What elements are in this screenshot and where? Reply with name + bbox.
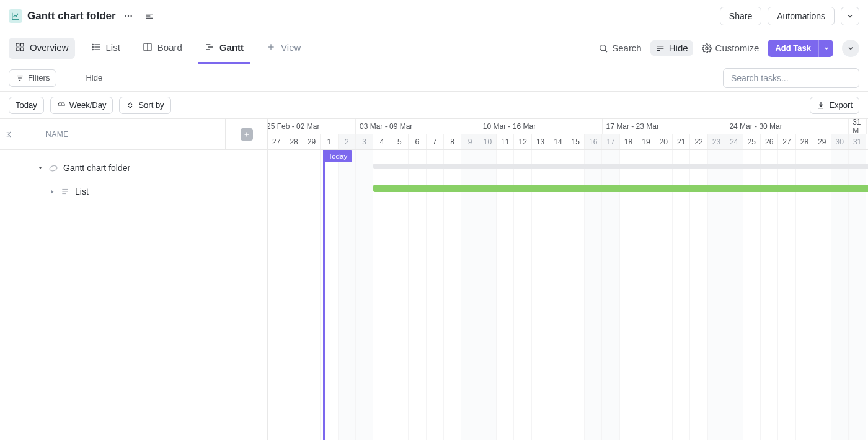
hide-chip[interactable]: Hide bbox=[79, 69, 108, 87]
svg-rect-8 bbox=[16, 48, 19, 51]
timeline-body[interactable]: Today bbox=[268, 150, 868, 440]
plus-icon bbox=[266, 42, 276, 52]
day-cell: 15 bbox=[567, 134, 585, 149]
day-cell: 9 bbox=[461, 134, 479, 149]
tree-row-folder[interactable]: Gantt chart folder bbox=[0, 156, 267, 180]
svg-point-15 bbox=[92, 49, 93, 50]
week-label: 03 Mar - 09 Mar bbox=[360, 122, 412, 131]
tab-gantt[interactable]: Gantt bbox=[198, 32, 250, 64]
today-button[interactable]: Today bbox=[9, 97, 44, 114]
day-cell: 5 bbox=[391, 134, 409, 149]
name-column-header: NAME bbox=[46, 130, 69, 139]
task-bar[interactable] bbox=[373, 185, 868, 192]
day-cell: 31 bbox=[849, 134, 866, 149]
right-panel[interactable]: 25 Feb - 02 Mar03 Mar - 09 Mar10 Mar - 1… bbox=[268, 119, 868, 440]
week-cell: 17 Mar - 23 Mar bbox=[603, 119, 726, 134]
day-cell: 18 bbox=[620, 134, 637, 149]
back-arrow-icon[interactable] bbox=[5, 130, 15, 139]
timeline-column bbox=[585, 150, 602, 440]
timeline-column bbox=[761, 150, 778, 440]
timeline-column bbox=[339, 150, 356, 440]
tree-row-list[interactable]: List bbox=[0, 180, 267, 203]
add-task-caret[interactable] bbox=[818, 40, 833, 57]
svg-point-39 bbox=[49, 165, 58, 172]
gauge-icon bbox=[57, 101, 66, 110]
gantt-icon bbox=[205, 42, 215, 52]
svg-rect-9 bbox=[20, 48, 24, 51]
header-more-button[interactable] bbox=[841, 7, 859, 25]
tab-overview[interactable]: Overview bbox=[9, 38, 75, 59]
day-cell: 16 bbox=[585, 134, 602, 149]
today-line bbox=[323, 150, 325, 440]
add-task-button[interactable]: Add Task bbox=[768, 40, 818, 57]
timeline-column bbox=[479, 150, 497, 440]
zoom-button[interactable]: Week/Day bbox=[50, 97, 113, 114]
timeline-header: 25 Feb - 02 Mar03 Mar - 09 Mar10 Mar - 1… bbox=[268, 119, 868, 150]
chart-line-icon bbox=[9, 9, 22, 23]
search-button[interactable]: Search bbox=[598, 43, 642, 53]
hide-chip-label: Hide bbox=[86, 73, 102, 82]
svg-point-23 bbox=[600, 45, 606, 50]
folder-title: Gantt chart folder bbox=[27, 10, 116, 22]
day-cell: 20 bbox=[655, 134, 673, 149]
day-cell: 28 bbox=[796, 134, 813, 149]
caret-down-icon bbox=[37, 165, 43, 171]
svg-rect-7 bbox=[20, 43, 24, 46]
week-label: 17 Mar - 23 Mar bbox=[606, 122, 659, 131]
timeline-column bbox=[303, 150, 321, 440]
automations-button[interactable]: Automations bbox=[768, 7, 835, 25]
day-cell: 29 bbox=[813, 134, 831, 149]
plus-column-icon bbox=[241, 128, 253, 141]
chevron-down-icon bbox=[847, 45, 854, 52]
hide-label: Hide bbox=[669, 43, 688, 53]
search-tasks-input[interactable] bbox=[723, 68, 859, 88]
timeline-column bbox=[673, 150, 690, 440]
day-cell: 4 bbox=[373, 134, 391, 149]
tab-list[interactable]: List bbox=[85, 32, 126, 64]
add-task-group: Add Task bbox=[768, 40, 833, 57]
add-view-button[interactable]: View bbox=[260, 32, 307, 64]
folder-chip[interactable]: Gantt chart folder bbox=[9, 9, 116, 23]
timeline-column bbox=[849, 150, 866, 440]
export-button[interactable]: Export bbox=[810, 97, 859, 114]
customize-button[interactable]: Customize bbox=[702, 43, 760, 53]
day-cell: 30 bbox=[831, 134, 849, 149]
share-button[interactable]: Share bbox=[720, 7, 761, 25]
svg-point-0 bbox=[125, 15, 126, 16]
svg-point-2 bbox=[130, 15, 131, 16]
timeline-column bbox=[391, 150, 409, 440]
week-cell: 10 Mar - 16 Mar bbox=[479, 119, 603, 134]
timeline-columns bbox=[268, 150, 868, 440]
sort-button[interactable]: Sort by bbox=[119, 97, 170, 114]
day-cell: 29 bbox=[303, 134, 321, 149]
day-strip: 2728291234567891011121314151617181920212… bbox=[268, 134, 868, 149]
search-icon bbox=[598, 43, 608, 53]
summary-bar[interactable] bbox=[373, 164, 868, 169]
svg-marker-40 bbox=[51, 190, 53, 193]
customize-label: Customize bbox=[715, 43, 760, 53]
timeline-column bbox=[567, 150, 585, 440]
day-cell: 2 bbox=[339, 134, 356, 149]
timeline-column bbox=[444, 150, 461, 440]
collapse-icon[interactable] bbox=[144, 11, 154, 21]
add-column-cell[interactable] bbox=[225, 119, 267, 149]
svg-point-28 bbox=[706, 47, 708, 50]
timeline-column bbox=[409, 150, 426, 440]
hide-button[interactable]: Hide bbox=[650, 40, 693, 56]
day-cell: 23 bbox=[708, 134, 725, 149]
svg-point-1 bbox=[127, 15, 128, 16]
more-circle-button[interactable] bbox=[842, 40, 859, 57]
day-cell: 17 bbox=[602, 134, 619, 149]
filters-chip[interactable]: Filters bbox=[9, 69, 56, 87]
tab-board[interactable]: Board bbox=[136, 32, 188, 64]
tree: Gantt chart folder List bbox=[0, 150, 267, 209]
export-button-label: Export bbox=[829, 100, 852, 110]
gantt-area: NAME Gantt chart folder bbox=[0, 119, 868, 440]
day-cell: 21 bbox=[673, 134, 690, 149]
day-cell: 1 bbox=[321, 134, 338, 149]
svg-line-24 bbox=[605, 50, 607, 52]
header-bar: Gantt chart folder Share Automations bbox=[0, 0, 868, 32]
list-icon bbox=[91, 42, 101, 52]
timeline-column bbox=[725, 150, 743, 440]
ellipsis-icon[interactable] bbox=[123, 11, 133, 21]
